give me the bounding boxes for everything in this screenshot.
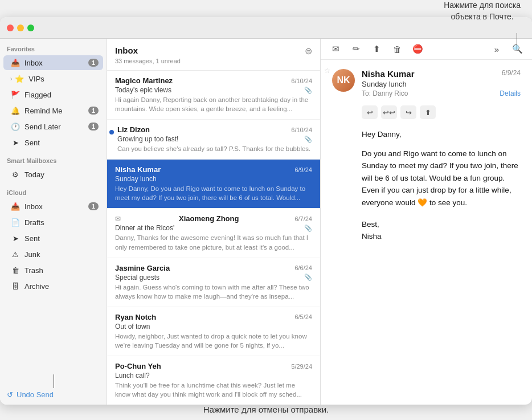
- sidebar-item-today[interactable]: ⚙ Today: [3, 167, 103, 182]
- sidebar-item-junk[interactable]: ⚠ Junk: [3, 247, 103, 262]
- sidebar-item-inbox[interactable]: 📥 Inbox 1: [3, 55, 103, 70]
- forward-button[interactable]: ↪: [400, 105, 416, 119]
- archive-icon: 🗄: [10, 281, 21, 291]
- search-icon: 🔍: [512, 44, 523, 54]
- maximize-button[interactable]: [27, 25, 34, 31]
- delete-toolbar-icon[interactable]: 🗑: [389, 42, 405, 56]
- star-icon[interactable]: ☆: [324, 67, 330, 75]
- detail-sender-name: Nisha Kumar: [362, 69, 415, 79]
- detail-to: To: Danny Rico: [362, 89, 408, 97]
- message-list-header-info: Inbox 33 messages, 1 unread: [115, 46, 181, 66]
- details-link[interactable]: Details: [500, 89, 521, 97]
- sidebar-today-label: Today: [24, 170, 44, 179]
- detail-pane: ✉ ✏ ⬆ 🗑 ⛔ » 🔍: [321, 39, 532, 405]
- attachment-icon: 📎: [304, 225, 312, 232]
- archive-toolbar-icon[interactable]: ⬆: [369, 42, 384, 56]
- message-item[interactable]: Jasmine Garcia 6/6/24 Special guests 📎 H…: [107, 258, 320, 307]
- unread-dot: [109, 130, 114, 134]
- message-subject: Today's epic views 📎: [115, 86, 312, 94]
- compose-icon: ✏: [353, 44, 360, 54]
- title-bar: [0, 17, 532, 39]
- sidebar-item-icloud-inbox[interactable]: 📥 Inbox 1: [3, 199, 103, 214]
- icloud-inbox-badge: 1: [88, 202, 99, 210]
- message-item[interactable]: Po-Chun Yeh 5/29/24 Lunch call? Think yo…: [107, 356, 320, 405]
- message-sender: Magico Martinez: [115, 76, 173, 85]
- sidebar-item-icloud-sent[interactable]: ➤ Sent: [3, 231, 103, 246]
- smart-mailboxes-label: Smart Mailboxes: [0, 150, 107, 166]
- today-icon: ⚙: [10, 169, 21, 180]
- message-item[interactable]: Magico Martinez 6/10/24 Today's epic vie…: [107, 71, 320, 120]
- sidebar: Favorites 📥 Inbox 1 › ⭐ VIPs 🚩 Flagged 🔔…: [0, 39, 107, 405]
- sidebar-item-vips[interactable]: › ⭐ VIPs: [3, 71, 103, 86]
- sidebar-item-send-later[interactable]: 🕐 Send Later 1: [3, 119, 103, 134]
- close-button[interactable]: [7, 25, 14, 31]
- compose-toolbar-icon[interactable]: ✏: [348, 42, 364, 56]
- sidebar-trash-label: Trash: [24, 266, 43, 275]
- detail-date: 6/9/24: [502, 69, 521, 77]
- body-text: Do you and Rigo want to come to lunch on…: [362, 148, 521, 209]
- share-button[interactable]: ⬆: [420, 105, 436, 119]
- junk-action-icon: ⛔: [412, 44, 423, 54]
- email-body: Hey Danny, Do you and Rigo want to come …: [362, 128, 521, 243]
- sidebar-item-drafts[interactable]: 📄 Drafts: [3, 215, 103, 230]
- message-date: 6/7/24: [294, 215, 312, 222]
- avatar: NK: [332, 69, 355, 92]
- message-item[interactable]: Liz Dizon 6/10/24 Growing up too fast! 📎…: [107, 120, 320, 160]
- icloud-sent-icon: ➤: [10, 233, 21, 243]
- app-window: Favorites 📥 Inbox 1 › ⭐ VIPs 🚩 Flagged 🔔…: [0, 17, 532, 405]
- message-subject: Sunday lunch: [115, 175, 312, 183]
- message-preview: Danny, Thanks for the awesome evening! I…: [115, 233, 312, 251]
- undo-send-button[interactable]: ↺ Undo Send: [7, 390, 100, 399]
- sidebar-archive-label: Archive: [24, 282, 49, 291]
- message-row-top: Ryan Notch 6/5/24: [115, 313, 312, 321]
- search-button[interactable]: 🔍: [509, 42, 525, 56]
- inbox-badge: 1: [88, 59, 99, 67]
- message-row-top: Nisha Kumar 6/9/24: [115, 165, 312, 174]
- message-preview: Can you believe she's already so tall? P…: [117, 144, 312, 153]
- inbox-title: Inbox: [115, 46, 181, 55]
- icloud-inbox-icon: 📥: [10, 201, 21, 211]
- message-item[interactable]: Ryan Notch 6/5/24 Out of town Howdy, nei…: [107, 307, 320, 356]
- email-meta-row1: Nisha Kumar 6/9/24: [362, 69, 521, 79]
- mail-toolbar-icon[interactable]: ✉: [328, 42, 343, 56]
- message-sender: Jasmine Garcia: [115, 264, 170, 272]
- sidebar-item-archive[interactable]: 🗄 Archive: [3, 279, 103, 293]
- inbox-icon: 📥: [10, 58, 21, 68]
- junk-toolbar-icon[interactable]: ⛔: [410, 42, 425, 56]
- minimize-button[interactable]: [17, 25, 24, 31]
- message-row-top: ✉ Xiaomeng Zhong 6/7/24: [115, 214, 312, 223]
- message-subject: Dinner at the Ricos' 📎: [115, 224, 312, 232]
- more-toolbar-icon[interactable]: »: [489, 42, 505, 56]
- junk-icon: ⚠: [10, 249, 21, 259]
- inbox-subtitle: 33 messages, 1 unread: [115, 58, 181, 64]
- archive-action-icon: ⬆: [373, 44, 380, 54]
- message-subject: Growing up too fast! 📎: [117, 135, 312, 143]
- favorites-section-label: Favorites: [0, 39, 107, 55]
- sidebar-item-sent[interactable]: ➤ Sent: [3, 135, 103, 150]
- message-preview: Howdy, neighbor, Just wanted to drop a q…: [115, 332, 312, 350]
- sidebar-item-flagged[interactable]: 🚩 Flagged: [3, 87, 103, 102]
- message-item-selected[interactable]: Nisha Kumar 6/9/24 Sunday lunch Hey Dann…: [107, 160, 320, 209]
- email-action-bar: ↩ ↩↩ ↪ ⬆: [362, 105, 521, 119]
- sidebar-icloud-sent-label: Sent: [24, 234, 40, 243]
- sidebar-icloud-inbox-label: Inbox: [24, 202, 43, 211]
- sidebar-send-later-label: Send Later: [24, 123, 61, 131]
- message-row-top: Po-Chun Yeh 5/29/24: [115, 362, 312, 370]
- message-list-header: Inbox 33 messages, 1 unread ⊜: [107, 39, 320, 71]
- reply-all-button[interactable]: ↩↩: [381, 105, 397, 119]
- message-item[interactable]: ✉ Xiaomeng Zhong 6/7/24 Dinner at the Ri…: [107, 209, 320, 258]
- message-sender: Po-Chun Yeh: [115, 362, 161, 370]
- filter-icon[interactable]: ⊜: [305, 46, 312, 56]
- remind-icon: 🔔: [10, 105, 21, 116]
- message-row-top: Liz Dizon 6/10/24: [117, 125, 312, 134]
- message-row-top: Magico Martinez 6/10/24: [115, 76, 312, 85]
- message-preview: Think you'll be free for a lunchtime cha…: [115, 381, 312, 399]
- message-sender: Liz Dizon: [117, 125, 150, 134]
- sidebar-item-trash[interactable]: 🗑 Trash: [3, 263, 103, 278]
- message-sender: Nisha Kumar: [115, 165, 161, 174]
- sidebar-item-remind-me[interactable]: 🔔 Remind Me 1: [3, 103, 103, 118]
- remind-badge: 1: [88, 107, 99, 115]
- trash-icon: 🗑: [10, 265, 21, 275]
- reply-button[interactable]: ↩: [362, 105, 378, 119]
- sidebar-sent-label: Sent: [24, 138, 40, 147]
